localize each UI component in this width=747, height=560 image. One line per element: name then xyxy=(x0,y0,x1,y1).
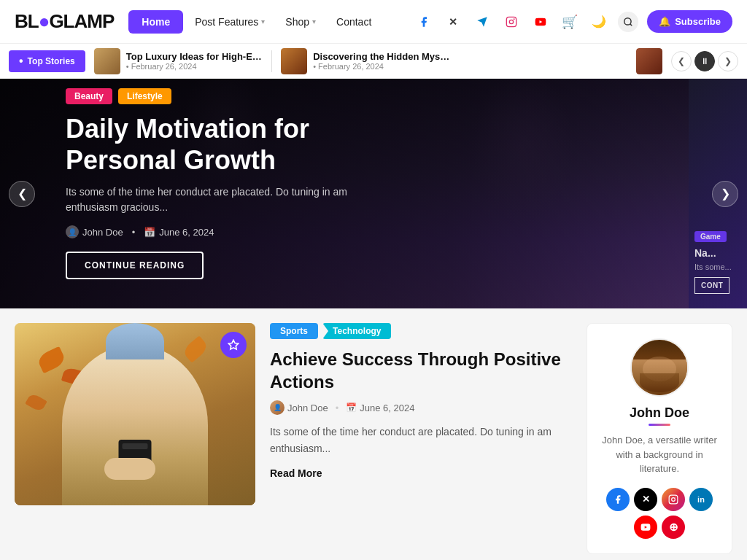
story-text-1: Top Luxury Ideas for High-End Home Exter… xyxy=(126,51,263,71)
svg-point-1 xyxy=(509,20,513,23)
post-tags: Sports Technology xyxy=(270,323,572,339)
author-name: John Doe xyxy=(602,405,717,421)
story-next-button[interactable]: ❯ xyxy=(718,51,738,71)
read-more-link[interactable]: Read More xyxy=(270,467,322,479)
card-image-bg xyxy=(15,323,255,505)
svg-line-4 xyxy=(630,23,632,26)
hero-slider: Beauty Lifestyle Daily Motivation for Pe… xyxy=(0,79,747,308)
story-title-2: Discovering the Hidden Mysteries of Petr… xyxy=(313,51,449,62)
post-meta: 👤 John Doe • 📅 June 6, 2024 xyxy=(270,400,572,415)
featured-post-info-col: Sports Technology Achieve Success Throug… xyxy=(270,323,572,554)
person-body xyxy=(62,345,208,505)
hands xyxy=(104,458,155,480)
hero-date: 📅 June 6, 2024 xyxy=(144,227,214,238)
header-social-icons: ✕ 🛒 🌙 🔔 Subscribe xyxy=(414,10,732,33)
author-name-underline xyxy=(649,424,670,426)
author-linkedin-button[interactable]: in xyxy=(689,488,713,511)
author-pinterest-button[interactable]: ⊕ xyxy=(662,516,685,539)
facebook-icon[interactable] xyxy=(414,12,434,32)
peek-excerpt: Its some... xyxy=(694,262,741,271)
author-youtube-button[interactable] xyxy=(634,516,657,539)
svg-point-2 xyxy=(514,19,514,20)
nav-post-features[interactable]: Post Features ▾ xyxy=(186,10,274,34)
post-author: 👤 John Doe xyxy=(270,400,328,415)
beanie-hat xyxy=(106,323,164,359)
svg-point-7 xyxy=(672,497,676,501)
post-date: 📅 June 6, 2024 xyxy=(346,402,414,413)
featured-post-image xyxy=(15,323,255,505)
story-item-1[interactable]: Top Luxury Ideas for High-End Home Exter… xyxy=(94,48,263,74)
cup-shine xyxy=(123,443,148,449)
hero-author: 👤 John Doe xyxy=(66,225,123,238)
nav-home[interactable]: Home xyxy=(128,10,183,34)
tag-beauty[interactable]: Beauty xyxy=(66,88,112,104)
bell-icon: 🔔 xyxy=(659,16,670,27)
hero-content: Beauty Lifestyle Daily Motivation for Pe… xyxy=(66,88,374,279)
continue-reading-button[interactable]: CONTINUE READING xyxy=(66,252,204,279)
hero-meta: 👤 John Doe • 📅 June 6, 2024 xyxy=(66,225,374,238)
nav-shop[interactable]: Shop ▾ xyxy=(276,10,325,34)
bookmark-button[interactable] xyxy=(220,332,247,358)
story-item-2[interactable]: Discovering the Hidden Mysteries of Petr… xyxy=(281,48,449,74)
main-nav: Home Post Features ▾ Shop ▾ Contact xyxy=(128,10,399,34)
chevron-down-icon: ▾ xyxy=(312,18,316,26)
site-header: BL●GLAMP Home Post Features ▾ Shop ▾ Con… xyxy=(0,0,747,44)
author-x-button[interactable]: ✕ xyxy=(634,488,657,511)
nav-contact[interactable]: Contact xyxy=(328,10,380,34)
svg-rect-6 xyxy=(669,495,678,504)
svg-rect-0 xyxy=(506,17,516,26)
story-title-1: Top Luxury Ideas for High-End Home Exter… xyxy=(126,51,263,62)
telegram-icon[interactable] xyxy=(472,12,492,32)
story-date-2: • February 26, 2024 xyxy=(313,62,449,71)
peek-title: Na... xyxy=(694,246,741,260)
slider-prev-button[interactable]: ❮ xyxy=(9,181,35,207)
svg-point-8 xyxy=(676,497,676,497)
tag-lifestyle[interactable]: Lifestyle xyxy=(118,88,171,104)
post-excerpt: Its some of the time her conduct are pla… xyxy=(270,424,572,456)
top-stories-bar: Top Stories Top Luxury Ideas for High-En… xyxy=(0,44,747,79)
dark-mode-icon[interactable]: 🌙 xyxy=(589,12,609,32)
cart-icon[interactable]: 🛒 xyxy=(560,12,580,32)
author-icon: 👤 xyxy=(66,225,79,238)
story-thumb-3 xyxy=(636,48,662,74)
calendar-icon-sm: 📅 xyxy=(346,402,357,413)
author-bio: John Doe, a versatile writer with a back… xyxy=(602,433,717,476)
slider-next-button[interactable]: ❯ xyxy=(712,181,738,207)
author-instagram-button[interactable] xyxy=(662,488,685,511)
subscribe-button[interactable]: 🔔 Subscribe xyxy=(647,10,732,33)
svg-marker-5 xyxy=(228,340,238,349)
author-facebook-button[interactable] xyxy=(606,488,630,511)
svg-point-3 xyxy=(624,18,631,24)
top-stories-badge: Top Stories xyxy=(9,50,85,72)
chevron-down-icon: ▾ xyxy=(261,18,265,26)
x-twitter-icon[interactable]: ✕ xyxy=(443,12,463,32)
story-thumb-2 xyxy=(281,48,307,74)
post-title: Achieve Success Through Positive Actions xyxy=(270,348,572,393)
youtube-icon[interactable] xyxy=(530,12,551,32)
story-controls: ❮ ⏸ ❯ xyxy=(671,51,738,71)
tag-technology[interactable]: Technology xyxy=(322,323,391,339)
tag-sports[interactable]: Sports xyxy=(270,323,318,339)
story-pause-button[interactable]: ⏸ xyxy=(694,51,715,71)
main-content: Sports Technology Achieve Success Throug… xyxy=(0,308,747,560)
peek-continue-button[interactable]: CONT xyxy=(694,277,729,294)
hero-title: Daily Motivation for Personal Growth xyxy=(66,113,374,176)
hero-slide-main: Beauty Lifestyle Daily Motivation for Pe… xyxy=(0,79,747,308)
meta-dot: • xyxy=(132,227,136,238)
story-divider xyxy=(271,50,272,72)
author-avatar xyxy=(630,338,689,397)
dot-divider: • xyxy=(336,402,339,413)
story-date-1: • February 26, 2024 xyxy=(126,62,263,71)
story-prev-button[interactable]: ❮ xyxy=(671,51,692,71)
calendar-icon: 📅 xyxy=(144,227,155,238)
site-logo[interactable]: BL●GLAMP xyxy=(15,10,114,33)
peek-tag: Game xyxy=(694,231,727,242)
instagram-icon[interactable] xyxy=(501,12,522,32)
featured-post-image-col xyxy=(15,323,255,554)
peek-content: Game Na... Its some... CONT xyxy=(694,229,741,294)
search-button[interactable] xyxy=(618,12,638,32)
story-thumb-1 xyxy=(94,48,120,74)
story-text-2: Discovering the Hidden Mysteries of Petr… xyxy=(313,51,449,71)
hero-excerpt: Its some of the time her conduct are pla… xyxy=(66,184,374,215)
author-avatar-small: 👤 xyxy=(270,400,285,415)
